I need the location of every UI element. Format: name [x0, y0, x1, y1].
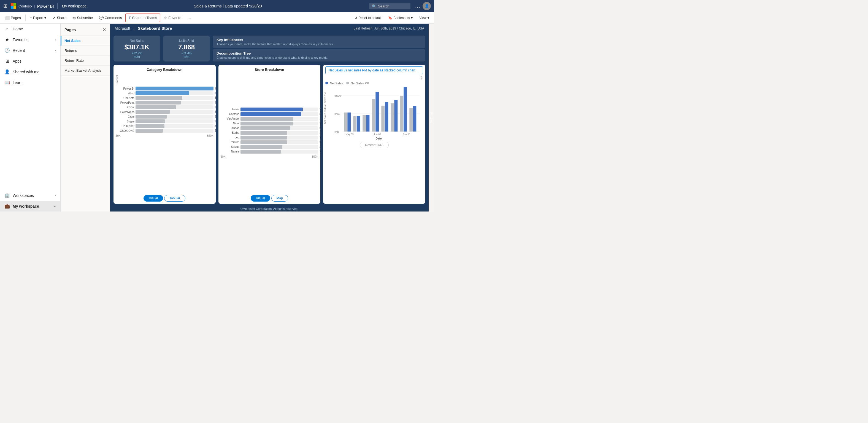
cat-x-max: $50K: [207, 134, 213, 137]
subscribe-icon: ✉: [72, 16, 76, 20]
qa-query-box[interactable]: Net Sales vs net sales PM by date as sta…: [325, 66, 423, 74]
kpi-row: Net Sales $387.1K +72.7% m/m Units Sold …: [110, 33, 429, 63]
category-tab-tabular[interactable]: Tabular: [164, 195, 185, 202]
bar-row-skype: Skype $20K: [116, 119, 214, 123]
sidebar-item-shared[interactable]: 👤 Shared with me: [0, 66, 60, 77]
store-breakdown-card: Store Breakdown Fama $40K Contoso: [218, 65, 321, 204]
pages-button[interactable]: ⬜ Pages: [2, 13, 24, 22]
bar-fill-fama: [241, 108, 303, 111]
store-tab-map[interactable]: Map: [271, 195, 288, 202]
kpi-net-sales-change: +72.7% m/m: [119, 52, 155, 58]
reset-button[interactable]: ↺ Reset to default: [352, 13, 384, 22]
sidebar-item-favorites[interactable]: ★ Favorites ›: [0, 34, 60, 45]
search-label: Search: [378, 4, 389, 8]
pages-title: Pages: [64, 28, 76, 32]
svg-rect-2: [11, 6, 13, 9]
toolbar-more-icon: …: [187, 16, 191, 20]
sidebar-spacer: [0, 88, 60, 190]
qa-info-icon-area: ⓘ: [323, 76, 425, 81]
top-nav: ⊞ Contoso | Power BI My workspace Sales …: [0, 0, 434, 12]
sidebar-label-recent: Recent: [13, 48, 25, 53]
filters-label: Filters: [430, 112, 433, 123]
key-influencers-card[interactable]: Key Influencers Analyzes your data, rank…: [213, 35, 425, 48]
legend-net-sales: Net Sales: [325, 82, 343, 85]
kpi-insights: Key Influencers Analyzes your data, rank…: [213, 35, 425, 61]
search-box[interactable]: 🔍 Search: [369, 3, 410, 9]
logo-area: Contoso | Power BI: [11, 3, 58, 9]
charts-row: Category Breakdown Product Power BI $52K: [110, 63, 429, 206]
store-x-min: $0K: [221, 155, 226, 158]
export-button[interactable]: ↑ Export ▾: [27, 13, 49, 22]
bar-g2-sales: [357, 116, 360, 132]
svg-text:$50K: $50K: [335, 113, 340, 116]
decomposition-tree-card[interactable]: Decomposition Tree Enables users to dril…: [213, 49, 425, 61]
bar-val-pomum: $30K: [319, 140, 320, 144]
page-item-market-basket[interactable]: Market Basket Analysis: [61, 66, 110, 76]
bar-label-salvus: Salvus: [221, 145, 239, 148]
bar-outer-leo: $30K: [241, 136, 318, 140]
store-x-max: $50K: [312, 155, 318, 158]
sidebar-item-home[interactable]: ⌂ Home: [0, 24, 60, 34]
grid-icon[interactable]: ⊞: [3, 3, 7, 9]
kpi-units-sold[interactable]: Units Sold 7,868 +71.4% m/m: [163, 35, 210, 61]
pages-close-button[interactable]: ✕: [102, 27, 106, 32]
toolbar-more-button[interactable]: …: [185, 13, 194, 22]
svg-text:$0K: $0K: [335, 131, 339, 134]
sidebar-item-workspaces[interactable]: 🏢 Workspaces ›: [0, 190, 60, 201]
svg-text:Jun 02: Jun 02: [374, 133, 381, 136]
bar-fill-xbox: [135, 105, 176, 109]
kpi-units-change: +71.4% m/m: [168, 52, 205, 58]
apps-icon: ⊞: [4, 58, 10, 64]
page-item-net-sales[interactable]: Net Sales: [61, 36, 110, 46]
report-footer: ©Microsoft Corporation. All rights reser…: [110, 206, 429, 212]
bar-outer-contoso: $39K: [241, 112, 318, 116]
comments-button[interactable]: 💬 Comments: [96, 13, 125, 22]
report-title: Sales & Returns | Data updated 5/28/20: [89, 4, 367, 8]
bar-g8-pm: [410, 108, 413, 132]
store-x-axis: $0K $50K: [221, 155, 318, 159]
sidebar-item-recent[interactable]: 🕐 Recent ›: [0, 45, 60, 56]
favorite-button[interactable]: ☆ Favorite: [161, 13, 184, 22]
logo-text: Contoso: [19, 4, 32, 8]
sidebar-item-my-workspace[interactable]: 💼 My workspace ⌄: [0, 201, 60, 212]
store-tab-visual[interactable]: Visual: [251, 195, 270, 202]
page-item-returns[interactable]: Returns: [61, 46, 110, 56]
view-button[interactable]: View ▾: [416, 13, 432, 22]
share-label: Share: [57, 16, 66, 20]
bookmarks-label: Bookmarks: [393, 16, 410, 20]
share-button[interactable]: ↗ Share: [50, 13, 69, 22]
more-menu-icon[interactable]: …: [415, 3, 421, 9]
bar-outer-xbox: $27K: [135, 105, 214, 109]
kpi-net-sales[interactable]: Net Sales $387.1K +72.7% m/m: [114, 35, 160, 61]
subscribe-button[interactable]: ✉ Subscribe: [70, 13, 96, 22]
sidebar-label-learn: Learn: [13, 81, 23, 85]
bookmarks-button[interactable]: 🔖 Bookmarks ▾: [385, 13, 415, 22]
learn-icon: 📖: [4, 80, 10, 85]
category-tab-visual[interactable]: Visual: [144, 195, 163, 202]
bar-row-barba: Barba $30K: [221, 131, 318, 135]
bar-val-aliqui: $34K: [319, 122, 320, 125]
bar-outer-xboxone: $18K: [135, 129, 214, 133]
sidebar-item-apps[interactable]: ⊞ Apps: [0, 56, 60, 66]
cat-x-min: $0K: [116, 134, 121, 137]
bar-row-abbas: Abbas $32K: [221, 126, 318, 130]
bar-val-powerpoint: $30K: [215, 101, 215, 105]
qa-query-text: Net Sales vs net sales PM by date as: [328, 68, 383, 72]
sidebar-item-learn[interactable]: 📖 Learn: [0, 77, 60, 88]
page-item-return-rate[interactable]: Return Rate: [61, 56, 110, 66]
bar-fill-aliqui: [241, 122, 293, 125]
workspace-name[interactable]: My workspace: [62, 4, 87, 8]
bar-g2-pm: [353, 116, 357, 132]
store-bar-chart: Fama $40K Contoso $39K: [221, 108, 318, 153]
bar-jun30-pm: [400, 96, 404, 132]
sidebar-label-favorites: Favorites: [13, 37, 29, 42]
reset-icon: ↺: [354, 16, 357, 20]
bar-row-aliqui: Aliqui $34K: [221, 122, 318, 125]
svg-rect-1: [13, 3, 16, 6]
qa-query-link[interactable]: stacked column chart: [384, 68, 415, 72]
share-to-teams-button[interactable]: T Share to Teams: [125, 13, 160, 22]
bar-row-word: Word $36K: [116, 91, 214, 95]
avatar[interactable]: 👤: [423, 2, 431, 10]
restart-qa-button[interactable]: Restart Q&A: [360, 142, 389, 148]
filters-panel[interactable]: Filters: [429, 24, 434, 212]
